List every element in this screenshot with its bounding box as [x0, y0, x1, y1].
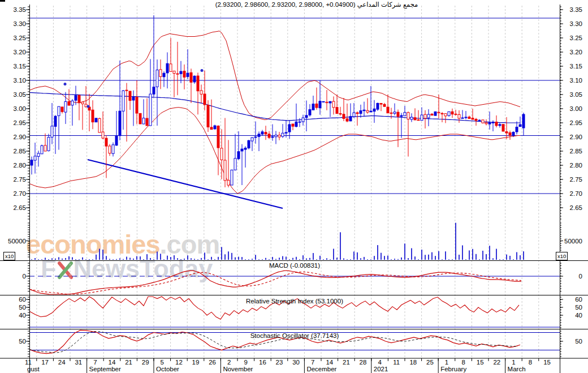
- day-tick-label: 1: [445, 359, 448, 366]
- macd-panel-label: MACD (-0.00831): [29, 262, 560, 269]
- rsi-panel-label: Relative Strength Index (53.1000): [29, 298, 560, 305]
- day-tick-label: 19: [192, 359, 200, 366]
- day-tick-label: 4: [378, 359, 382, 366]
- day-tick-label: 23: [276, 359, 283, 366]
- price-tick-label-left: 2.80: [14, 162, 26, 169]
- right-axis-multiplier-badge: x10: [556, 252, 568, 260]
- day-tick-label: 11: [25, 359, 32, 366]
- day-tick-label: 31: [75, 359, 82, 366]
- rsi-tick-label-right: 40: [575, 312, 582, 319]
- price-horizontal-lines: [29, 18, 560, 194]
- stoch-tick-label-right: 50: [575, 338, 582, 345]
- axis-labels: 3.353.353.303.303.253.253.203.203.153.15…: [8, 6, 582, 345]
- price-tick-label-left: 2.75: [14, 176, 26, 183]
- price-tick-label-left: 3.25: [14, 35, 26, 41]
- price-tick-label-left: 3.00: [14, 105, 26, 112]
- month-label: March: [508, 366, 526, 372]
- trendline-layer: [88, 160, 283, 208]
- rsi-tick-label-right: 60: [575, 296, 582, 303]
- x-axis: 11172431gust7142129September5121926Octob…: [25, 358, 551, 373]
- day-tick-label: 15: [477, 359, 484, 366]
- price-tick-label-right: 3.00: [570, 105, 582, 112]
- grid-layer: [37, 6, 539, 358]
- candles-layer: [31, 15, 525, 187]
- price-tick-label-left: 2.95: [14, 119, 26, 126]
- day-tick-label: 30: [292, 359, 300, 366]
- price-tick-label-right: 2.95: [570, 119, 582, 126]
- day-tick-label: 26: [209, 359, 216, 366]
- macd-tick-label-right: 0: [579, 273, 582, 280]
- month-label: 2021: [374, 366, 388, 372]
- day-tick-label: 24: [58, 359, 66, 366]
- volume-tick-label-right: 50000: [564, 238, 582, 245]
- month-label: October: [156, 366, 179, 372]
- day-tick-label: 25: [426, 359, 434, 366]
- volume-layer: [31, 223, 524, 260]
- price-tick-label-left: 3.20: [14, 49, 26, 55]
- price-tick-label-left: 3.15: [14, 63, 26, 70]
- volume-tick-label-left: 50000: [8, 238, 26, 245]
- day-tick-label: 21: [125, 359, 132, 366]
- month-label: December: [306, 366, 336, 372]
- day-tick-label: 17: [41, 359, 49, 366]
- day-tick-label: 9: [244, 359, 248, 366]
- day-tick-label: 29: [142, 359, 149, 366]
- price-tick-label-right: 2.80: [570, 162, 582, 169]
- day-tick-label: 11: [393, 359, 400, 366]
- day-tick-label: 12: [175, 359, 183, 366]
- rsi-tick-label-left: 40: [19, 312, 26, 319]
- day-tick-label: 18: [409, 359, 417, 366]
- price-tick-label-left: 2.85: [14, 148, 26, 155]
- chart-title: (2.93200, 2.98600, 2.93200, 2.98000, +0.…: [51, 1, 582, 8]
- month-label: November: [223, 366, 253, 372]
- month-label: September: [89, 366, 121, 372]
- day-tick-label: 22: [493, 359, 500, 366]
- rsi-tick-label-left: 50: [19, 304, 26, 311]
- macd-line: [29, 271, 521, 294]
- macd-signal-line: [29, 272, 521, 294]
- day-tick-label: 1: [512, 359, 515, 366]
- price-tick-label-left: 2.70: [14, 190, 26, 197]
- day-tick-label: 21: [343, 359, 350, 366]
- month-label: gust: [27, 366, 40, 372]
- day-tick-label: 7: [93, 359, 97, 366]
- chart-application-window: { "title": { "display": "(2.93200, 2.986…: [0, 0, 588, 373]
- day-tick-label: 8: [529, 359, 532, 366]
- bollinger-upper-line: [29, 31, 520, 120]
- day-tick-label: 2: [227, 359, 231, 366]
- day-tick-label: 14: [326, 359, 333, 366]
- macd-layer: [29, 271, 521, 294]
- price-tick-label-left: 3.10: [14, 77, 26, 84]
- day-tick-label: 15: [543, 359, 551, 366]
- price-tick-label-right: 3.05: [570, 91, 582, 98]
- price-tick-label-left: 3.30: [14, 20, 26, 27]
- stochastic-panel-label: Stochastic Oscillator (37.7143): [29, 332, 560, 339]
- day-tick-label: 5: [161, 359, 164, 366]
- day-tick-label: 7: [311, 359, 314, 366]
- price-tick-label-right: 3.10: [570, 77, 582, 84]
- day-tick-label: 14: [109, 359, 116, 366]
- left-axis-multiplier-badge: x10: [3, 252, 15, 260]
- price-tick-label-right: 2.85: [570, 148, 582, 155]
- day-tick-label: 16: [259, 359, 266, 366]
- price-tick-label-left: 3.35: [14, 6, 26, 13]
- price-axes: [26, 5, 563, 373]
- price-tick-label-left: 2.65: [14, 204, 26, 211]
- macd-tick-label-left: 0: [23, 273, 26, 280]
- price-tick-label-right: 3.25: [570, 35, 582, 41]
- price-tick-label-right: 2.90: [570, 134, 582, 140]
- price-tick-label-right: 2.75: [570, 176, 582, 183]
- day-tick-label: 28: [360, 359, 367, 366]
- rsi-tick-label-left: 60: [19, 296, 26, 303]
- price-tick-label-left: 2.90: [14, 134, 26, 140]
- price-tick-label-left: 3.05: [14, 91, 26, 98]
- price-tick-label-right: 3.30: [570, 20, 582, 27]
- stoch-tick-label-left: 50: [19, 338, 26, 345]
- price-chart-canvas: 3.353.353.303.303.253.253.203.203.153.15…: [0, 0, 588, 373]
- price-tick-label-right: 3.20: [570, 49, 582, 55]
- corner-mark: [0, 0, 5, 2]
- month-label: February: [440, 366, 466, 372]
- price-tick-label-right: 3.15: [570, 63, 582, 70]
- price-tick-label-right: 2.65: [570, 204, 582, 211]
- price-tick-label-right: 2.70: [570, 190, 582, 197]
